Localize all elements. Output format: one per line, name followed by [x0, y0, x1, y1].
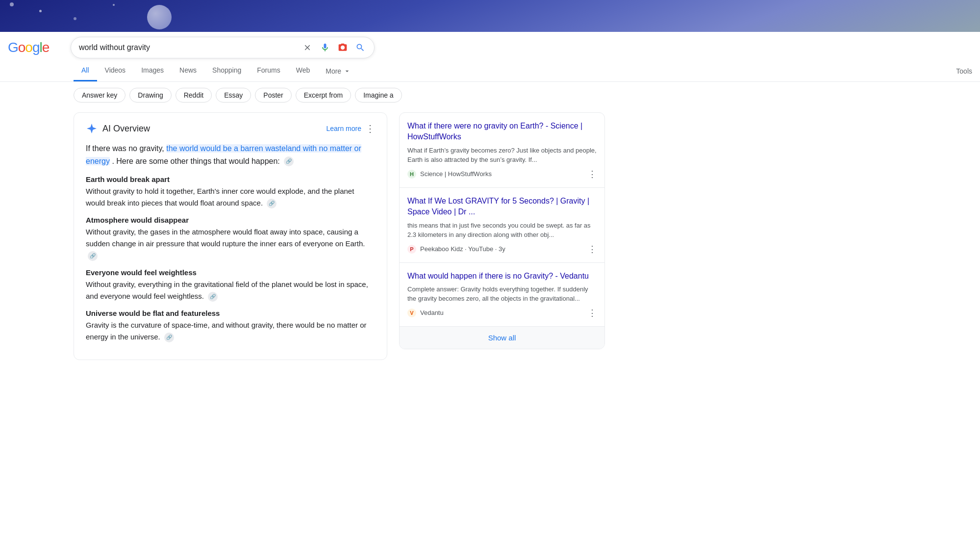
ai-section-4: Universe would be flat and featureless G… [86, 309, 375, 343]
image-search-button[interactable] [337, 42, 349, 53]
result-card-2: What If We Lost GRAVITY for 5 Seconds? |… [400, 188, 604, 263]
ai-section-4-title: Universe would be flat and featureless [86, 309, 375, 317]
learn-more-link[interactable]: Learn more [326, 125, 361, 132]
citation-link-icon-1[interactable]: 🔗 [267, 199, 276, 208]
result-1-snippet: What if Earth’s gravity becomes zero? Ju… [407, 146, 597, 165]
ai-section-1-title: Earth would break apart [86, 175, 375, 183]
result-2-snippet: this means that in just five seconds you… [407, 221, 597, 240]
result-1-more-button[interactable]: ⋮ [588, 169, 597, 180]
citation-link-icon-3[interactable]: 🔗 [208, 292, 218, 302]
result-3-title[interactable]: What would happen if there is no Gravity… [407, 271, 597, 282]
show-all-button[interactable]: Show all [400, 326, 604, 349]
result-3-more-button[interactable]: ⋮ [588, 308, 597, 318]
citation-link-icon-4[interactable]: 🔗 [164, 333, 174, 342]
result-2-source-name: Peekaboo Kidz · YouTube · 3y [420, 245, 505, 253]
tab-news[interactable]: News [172, 60, 204, 81]
chip-drawing[interactable]: Drawing [129, 88, 171, 103]
ai-section-2-title: Atmosphere would disappear [86, 216, 375, 224]
tab-shopping[interactable]: Shopping [204, 60, 249, 81]
search-icon [355, 43, 365, 52]
result-3-source-info: V Vedantu [407, 309, 444, 317]
ai-section-3-title: Everyone would feel weightless [86, 268, 375, 277]
clear-icon [303, 43, 312, 52]
microphone-icon [320, 43, 330, 52]
chip-essay[interactable]: Essay [216, 88, 251, 103]
ai-header-right: Learn more ⋮ [326, 123, 375, 134]
result-2-title[interactable]: What If We Lost GRAVITY for 5 Seconds? |… [407, 196, 597, 218]
result-1-favicon: H [407, 170, 416, 179]
search-input[interactable] [79, 43, 302, 52]
chip-imagine[interactable]: Imagine a [355, 88, 402, 103]
result-2-source-info: P Peekaboo Kidz · YouTube · 3y [407, 245, 505, 254]
tab-videos[interactable]: Videos [97, 60, 134, 81]
result-2-more-button[interactable]: ⋮ [588, 244, 597, 255]
main-content: AI Overview Learn more ⋮ If there was no… [0, 112, 980, 368]
nav-tabs: All Videos Images News Shopping Forums W… [0, 60, 980, 82]
ai-section-1-text: Without gravity to hold it together, Ear… [86, 185, 375, 209]
tab-images[interactable]: Images [133, 60, 172, 81]
citation-link-icon-intro[interactable]: 🔗 [284, 156, 294, 166]
tools-button[interactable]: Tools [948, 61, 980, 81]
filter-chips: Answer key Drawing Reddit Essay Poster E… [0, 82, 980, 108]
tab-forums[interactable]: Forums [249, 60, 288, 81]
chip-reddit[interactable]: Reddit [176, 88, 212, 103]
logo: Google [8, 40, 67, 55]
ai-overview-header: AI Overview Learn more ⋮ [86, 123, 375, 134]
result-1-source: H Science | HowStuffWorks ⋮ [407, 169, 597, 180]
result-2-source: P Peekaboo Kidz · YouTube · 3y ⋮ [407, 244, 597, 255]
result-3-source: V Vedantu ⋮ [407, 308, 597, 318]
result-3-source-name: Vedantu [420, 309, 444, 316]
lens-icon [338, 43, 348, 52]
more-menu[interactable]: More [318, 61, 359, 81]
result-card-3: What would happen if there is no Gravity… [400, 263, 604, 326]
ai-overview-title: AI Overview [102, 124, 150, 134]
ai-section-3: Everyone would feel weightless Without g… [86, 268, 375, 302]
ai-section-1: Earth would break apart Without gravity … [86, 175, 375, 209]
ai-options-button[interactable]: ⋮ [365, 123, 375, 134]
chip-poster[interactable]: Poster [255, 88, 291, 103]
search-bar-wrapper [71, 37, 375, 58]
ai-header-left: AI Overview [86, 123, 150, 134]
result-3-favicon: V [407, 309, 416, 317]
more-label: More [326, 67, 341, 75]
result-3-snippet: Complete answer: Gravity holds everythin… [407, 284, 597, 304]
right-column: What if there were no gravity on Earth? … [399, 112, 605, 368]
result-1-title[interactable]: What if there were no gravity on Earth? … [407, 121, 597, 143]
tab-all[interactable]: All [74, 60, 97, 81]
ai-section-2-text: Without gravity, the gases in the atmosp… [86, 226, 375, 261]
chip-excerpt[interactable]: Excerpt from [296, 88, 351, 103]
ai-overview-panel: AI Overview Learn more ⋮ If there was no… [74, 112, 387, 360]
result-2-favicon: P [407, 245, 416, 254]
result-1-source-info: H Science | HowStuffWorks [407, 170, 492, 179]
ai-section-3-text: Without gravity, everything in the gravi… [86, 279, 375, 302]
voice-search-button[interactable] [319, 42, 331, 53]
results-panel: What if there were no gravity on Earth? … [399, 112, 605, 349]
ai-section-4-text: Gravity is the curvature of space-time, … [86, 319, 375, 343]
left-column: AI Overview Learn more ⋮ If there was no… [74, 112, 387, 368]
result-1-source-name: Science | HowStuffWorks [420, 170, 492, 178]
ai-section-2: Atmosphere would disappear Without gravi… [86, 216, 375, 261]
clear-button[interactable] [302, 42, 313, 53]
ai-sparkle-icon [86, 123, 98, 134]
citation-link-icon-2[interactable]: 🔗 [88, 251, 98, 261]
tab-web[interactable]: Web [288, 60, 318, 81]
search-submit-button[interactable] [354, 42, 366, 53]
ai-intro-text: If there was no gravity, the world would… [86, 142, 375, 167]
chip-answer-key[interactable]: Answer key [74, 88, 126, 103]
result-card-1: What if there were no gravity on Earth? … [400, 113, 604, 188]
chevron-down-icon [343, 67, 351, 75]
